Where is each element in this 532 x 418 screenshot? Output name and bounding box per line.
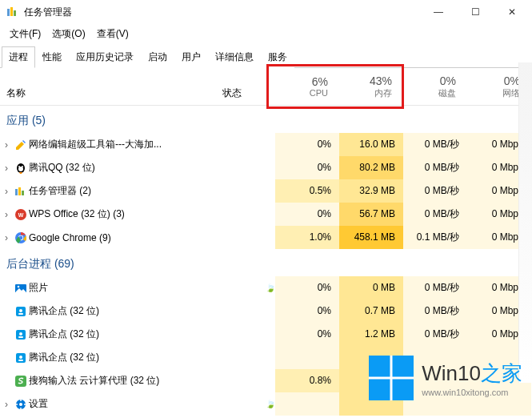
cpu-cell: 0% xyxy=(275,323,339,346)
process-row[interactable]: 照片 🍃 0% 0 MB 0 MB/秒 0 Mbps xyxy=(0,276,532,299)
process-icon xyxy=(13,305,29,318)
title-bar: 任务管理器 — ☐ ✕ xyxy=(0,0,532,24)
tab-processes[interactable]: 进程 xyxy=(2,46,35,68)
svg-rect-7 xyxy=(15,189,18,195)
cpu-percent: 6% xyxy=(312,75,328,88)
process-row[interactable]: › 任务管理器 (2) 0.5% 32.9 MB 0 MB/秒 0 Mbps xyxy=(0,179,532,203)
process-row[interactable]: 腾讯企点 (32 位) 0% 1.2 MB 0 MB/秒 0 Mbps xyxy=(0,323,532,346)
cpu-cell: 0% xyxy=(275,203,339,226)
process-name: 搜狗输入法 云计算代理 (32 位) xyxy=(29,374,186,388)
mem-cell: 0.7 MB xyxy=(339,299,403,323)
disk-cell: 0.1 MB/秒 xyxy=(403,226,467,249)
mem-cell: 32.9 MB xyxy=(339,179,403,203)
process-name: 腾讯企点 (32 位) xyxy=(29,351,186,364)
disk-cell: 0 MB/秒 xyxy=(403,323,467,346)
process-name: WPS Office (32 位) (3) xyxy=(29,207,186,221)
process-name: 设置 xyxy=(29,397,186,411)
cpu-cell: 0% xyxy=(275,276,339,299)
tab-users[interactable]: 用户 xyxy=(174,46,208,68)
svg-text:W: W xyxy=(18,212,24,218)
process-row[interactable]: 腾讯企点 (32 位) 0% 0.7 MB 0 MB/秒 0 Mbps xyxy=(0,299,532,323)
disk-percent: 0% xyxy=(440,74,456,87)
expand-icon[interactable]: › xyxy=(0,399,13,410)
net-label: 网络 xyxy=(502,87,520,99)
maximize-button[interactable]: ☐ xyxy=(457,0,494,24)
svg-rect-22 xyxy=(18,336,23,338)
disk-cell: 0 MB/秒 xyxy=(403,133,467,156)
column-headers: 名称 状态 6% CPU 43% 内存 0% 磁盘 0% 网络 xyxy=(0,68,532,106)
process-name: 网络编辑超级工具箱---大海加... xyxy=(29,138,186,151)
svg-rect-0 xyxy=(7,9,10,16)
disk-cell: 0 MB/秒 xyxy=(403,179,467,203)
svg-rect-2 xyxy=(14,10,16,16)
process-row[interactable]: › Google Chrome (9) 1.0% 458.1 MB 0.1 MB… xyxy=(0,226,532,249)
disk-label: 磁盘 xyxy=(438,87,456,99)
process-name: 任务管理器 (2) xyxy=(29,184,186,198)
group-apps-header[interactable]: 应用 (5) xyxy=(0,106,532,133)
process-icon xyxy=(13,139,29,151)
watermark-brand: Win10之家 xyxy=(422,360,522,388)
expand-icon[interactable]: › xyxy=(0,139,13,151)
window-title: 任务管理器 xyxy=(24,6,420,19)
process-icon xyxy=(13,162,29,175)
process-row[interactable]: › 网络编辑超级工具箱---大海加... 0% 16.0 MB 0 MB/秒 0… xyxy=(0,133,532,156)
svg-rect-8 xyxy=(18,187,21,195)
disk-cell: 0 MB/秒 xyxy=(403,156,467,179)
cpu-cell: 0% xyxy=(275,299,339,323)
mem-cell: 80.2 MB xyxy=(339,156,403,179)
cpu-cell xyxy=(275,346,339,369)
menu-file[interactable]: 文件(F) xyxy=(5,26,46,42)
cpu-cell: 0.5% xyxy=(275,179,339,203)
tab-details[interactable]: 详细信息 xyxy=(208,46,261,68)
col-disk[interactable]: 0% 磁盘 xyxy=(400,68,464,105)
expand-icon[interactable]: › xyxy=(0,232,13,243)
process-row[interactable]: › W WPS Office (32 位) (3) 0% 56.7 MB 0 M… xyxy=(0,203,532,226)
app-icon xyxy=(6,6,19,18)
minimize-button[interactable]: — xyxy=(420,0,457,24)
mem-percent: 43% xyxy=(370,74,392,87)
process-name: 腾讯QQ (32 位) xyxy=(29,161,186,175)
cpu-cell: 1.0% xyxy=(275,226,339,249)
expand-icon[interactable]: › xyxy=(0,186,13,197)
svg-rect-1 xyxy=(10,7,13,16)
menu-view[interactable]: 查看(V) xyxy=(92,26,134,42)
group-bg-header[interactable]: 后台进程 (69) xyxy=(0,249,532,276)
mem-cell: 16.0 MB xyxy=(339,133,403,156)
svg-point-16 xyxy=(18,285,20,287)
tab-history[interactable]: 应用历史记录 xyxy=(69,46,141,68)
tab-startup[interactable]: 启动 xyxy=(141,46,174,68)
disk-cell: 0 MB/秒 xyxy=(403,203,467,226)
process-icon xyxy=(13,282,29,295)
process-row[interactable]: › 腾讯QQ (32 位) 0% 80.2 MB 0 MB/秒 0 Mbps xyxy=(0,156,532,179)
mem-cell: 458.1 MB xyxy=(339,226,403,249)
expand-icon[interactable]: › xyxy=(0,163,13,174)
net-percent: 0% xyxy=(504,74,520,87)
col-memory[interactable]: 43% 内存 xyxy=(336,68,400,105)
svg-point-18 xyxy=(19,309,22,312)
tab-services[interactable]: 服务 xyxy=(261,46,294,68)
col-cpu[interactable]: 6% CPU xyxy=(272,68,336,105)
tab-bar: 进程 性能 应用历史记录 启动 用户 详细信息 服务 xyxy=(0,46,532,68)
col-name[interactable]: 名称 xyxy=(0,68,192,105)
scrollbar[interactable] xyxy=(518,62,532,383)
svg-point-5 xyxy=(18,166,20,167)
watermark: Win10之家 www.win10xitong.com xyxy=(369,356,522,400)
process-icon xyxy=(13,231,29,244)
cpu-cell: 0% xyxy=(275,156,339,179)
mem-label: 内存 xyxy=(374,87,392,99)
leaf-icon: 🍃 xyxy=(266,400,275,408)
svg-point-6 xyxy=(22,166,23,167)
leaf-icon: 🍃 xyxy=(266,283,275,292)
process-icon xyxy=(13,398,29,411)
tab-performance[interactable]: 性能 xyxy=(35,46,69,68)
close-button[interactable]: ✕ xyxy=(494,0,530,24)
process-icon xyxy=(13,375,29,388)
svg-point-24 xyxy=(19,356,22,359)
watermark-url: www.win10xitong.com xyxy=(422,388,508,397)
mem-cell: 1.2 MB xyxy=(339,323,403,346)
menu-options[interactable]: 选项(O) xyxy=(47,26,90,42)
process-icon: W xyxy=(13,208,29,221)
process-icon xyxy=(13,185,29,198)
expand-icon[interactable]: › xyxy=(0,209,13,220)
col-status[interactable]: 状态 xyxy=(192,68,272,105)
